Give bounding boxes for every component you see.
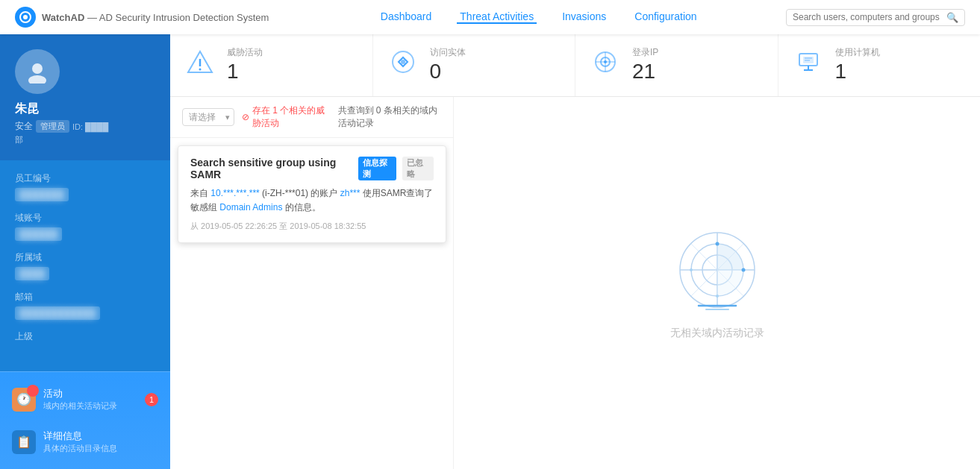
filter-bar: 请选择 ⊘ 存在 1 个相关的威胁活动 共查询到 0 条相关的域内活动记录 [170, 97, 453, 138]
threat-value: 1 [227, 59, 263, 84]
svg-point-30 [741, 268, 745, 272]
threat-label: 威胁活动 [227, 46, 263, 59]
filter-select-wrap[interactable]: 请选择 [182, 108, 234, 126]
svg-point-8 [401, 60, 405, 64]
threat-info: 威胁活动 1 [227, 46, 263, 84]
svg-point-1 [23, 15, 28, 19]
tag-ignored: 已忽略 [402, 157, 434, 180]
email-label: 邮箱 [15, 291, 155, 303]
activity-area: 请选择 ⊘ 存在 1 个相关的威胁活动 共查询到 0 条相关的域内活动记录 [170, 97, 980, 469]
role-tag: 管理员 [36, 120, 69, 133]
sidebar-item-activity[interactable]: 🕐 活动 域内的相关活动记录 1 [0, 378, 170, 421]
right-panel: 无相关域内活动记录 [454, 97, 980, 469]
main-nav: Dashboard Threat Activities Invasions Co… [291, 10, 786, 24]
sidebar: 朱昆 安全 管理员 ID: ████ 部 员工编号 ███████ 域账号 ██… [0, 34, 170, 469]
svg-point-2 [32, 63, 43, 74]
user-dept: 部 [15, 134, 23, 145]
user-role: 安全 管理员 ID: ████ [15, 120, 108, 133]
activity-badge [27, 385, 39, 397]
stat-computers: 使用计算机 1 [778, 34, 981, 96]
domain-account-item: 域账号 ██████ [15, 212, 155, 241]
domain-account-value: ██████ [15, 227, 62, 241]
svg-point-31 [716, 295, 719, 298]
sidebar-item-details[interactable]: 📋 详细信息 具体的活动目录信息 [0, 421, 170, 463]
tooltip-title: Search sensitive group using SAMR 信息探测 已… [190, 157, 434, 180]
computer-icon [793, 47, 823, 83]
activity-label: 活动 [43, 387, 117, 400]
details-menu-text: 详细信息 具体的活动目录信息 [43, 429, 117, 454]
domain-item: 所属域 ████ [15, 251, 155, 280]
left-panel: 请选择 ⊘ 存在 1 个相关的威胁活动 共查询到 0 条相关的域内活动记录 [170, 97, 454, 469]
domain-account-label: 域账号 [15, 212, 155, 224]
search-input[interactable] [793, 12, 946, 22]
entity-label: 访问实体 [430, 46, 466, 59]
svg-point-29 [715, 242, 719, 246]
stat-access-entity: 访问实体 0 [373, 34, 576, 96]
employee-id-item: 员工编号 ███████ [15, 172, 155, 201]
computer-value: 1 [835, 59, 880, 84]
activity-icon: 🕐 [12, 388, 36, 412]
empty-label: 无相关域内活动记录 [670, 327, 764, 340]
computer-info: 使用计算机 1 [835, 46, 880, 84]
activity-count: 1 [145, 393, 158, 406]
employee-id-label: 员工编号 [15, 172, 155, 185]
ip-value: 21 [632, 59, 658, 84]
supervisor-label: 上级 [15, 330, 155, 343]
email-value: ████████████ [15, 306, 100, 320]
user-details: 员工编号 ███████ 域账号 ██████ 所属域 ████ 邮箱 ████… [0, 160, 170, 371]
activity-menu-text: 活动 域内的相关活动记录 [43, 387, 117, 412]
domain-value: ████ [15, 267, 49, 280]
activity-sub: 域内的相关活动记录 [43, 400, 117, 412]
entity-value: 0 [430, 59, 466, 84]
main-layout: 朱昆 安全 管理员 ID: ████ 部 员工编号 ███████ 域账号 ██… [0, 34, 980, 469]
ip-icon [590, 47, 620, 83]
threat-detail-card: Search sensitive group using SAMR 信息探测 已… [178, 145, 446, 243]
app-name: WatchAD — AD Security Intrusion Detectio… [42, 12, 269, 23]
search-icon: 🔍 [946, 12, 958, 23]
email-item: 邮箱 ████████████ [15, 291, 155, 320]
threat-icon [185, 47, 215, 83]
tooltip-ip: 10.***.***.*** [210, 188, 259, 198]
nav-invasions[interactable]: Invasions [559, 10, 609, 24]
svg-point-3 [28, 75, 46, 84]
domain-label: 所属域 [15, 251, 155, 264]
main-content: 威胁活动 1 访问实体 0 [170, 34, 980, 469]
details-label: 详细信息 [43, 429, 117, 443]
search-bar[interactable]: 🔍 [786, 9, 965, 26]
nav-configuration[interactable]: Configuration [631, 10, 699, 24]
svg-point-6 [199, 69, 202, 71]
empty-radar-icon [672, 225, 762, 315]
computer-label: 使用计算机 [835, 46, 880, 59]
ip-info: 登录IP 21 [632, 46, 658, 84]
entity-icon [388, 47, 418, 83]
tag-info-detection: 信息探测 [358, 157, 397, 180]
entity-info: 访问实体 0 [430, 46, 466, 84]
ip-label: 登录IP [632, 46, 658, 59]
employee-id-value: ███████ [15, 188, 69, 201]
logo-section: WatchAD — AD Security Intrusion Detectio… [15, 7, 269, 28]
tooltip-group: Domain Admins [219, 202, 282, 213]
user-name: 朱昆 [15, 101, 39, 117]
threat-alert: ⊘ 存在 1 个相关的威胁活动 [242, 104, 326, 130]
sidebar-menu: 🕐 活动 域内的相关活动记录 1 📋 详细信息 具体的活动目录信息 [0, 371, 170, 469]
logo-icon [15, 7, 36, 28]
filter-select[interactable]: 请选择 [182, 108, 234, 126]
stat-threat-activities: 威胁活动 1 [170, 34, 373, 96]
no-record-msg: 共查询到 0 条相关的域内活动记录 [338, 104, 441, 130]
user-profile-section: 朱昆 安全 管理员 ID: ████ 部 [0, 34, 170, 160]
details-icon: 📋 [12, 430, 36, 454]
stat-login-ip: 登录IP 21 [575, 34, 778, 96]
tooltip-description: 来自 10.***.***.*** (i-ZH-***01) 的账户 zh***… [190, 186, 434, 215]
tooltip-user: zh*** [340, 188, 361, 198]
avatar [15, 49, 60, 94]
nav-dashboard[interactable]: Dashboard [378, 10, 435, 24]
svg-point-32 [690, 268, 693, 271]
stats-row: 威胁活动 1 访问实体 0 [170, 34, 980, 97]
app-header: WatchAD — AD Security Intrusion Detectio… [0, 0, 980, 34]
supervisor-item: 上级 [15, 330, 155, 343]
details-sub: 具体的活动目录信息 [43, 443, 117, 454]
empty-state: 无相关域内活动记录 [454, 97, 980, 469]
nav-threat-activities[interactable]: Threat Activities [457, 10, 537, 24]
tooltip-time: 从 2019-05-05 22:26:25 至 2019-05-08 18:32… [190, 221, 434, 232]
